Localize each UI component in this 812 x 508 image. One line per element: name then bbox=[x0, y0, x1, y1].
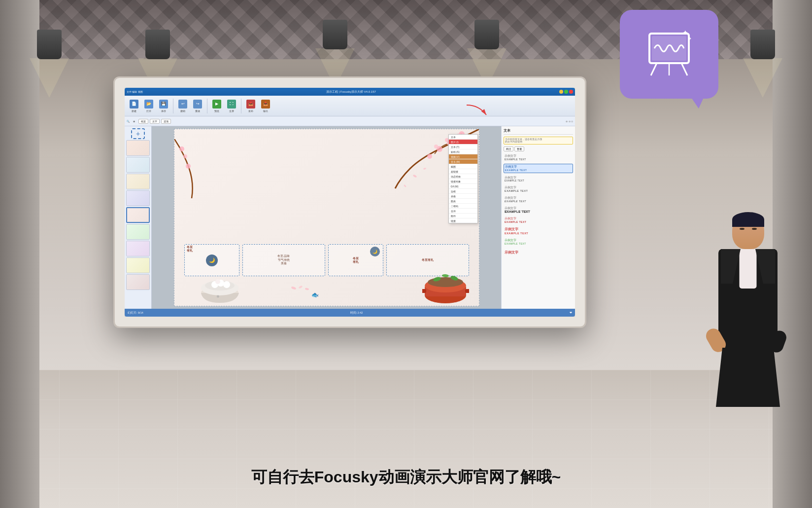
svg-rect-35 bbox=[652, 36, 686, 61]
screen-inner: 文件 编辑 视图 演示工程 | Focusky演示大师 V4.0.157 📄 新… bbox=[125, 88, 575, 317]
text-style-4[interactable]: 示例文字 EXAMPLE TEXT bbox=[504, 185, 573, 193]
svg-point-31 bbox=[291, 286, 297, 290]
svg-rect-29 bbox=[422, 289, 426, 293]
ctx-hyperlink[interactable]: 超链接 bbox=[449, 169, 477, 174]
ctx-link-obj[interactable]: 链接对象 bbox=[449, 179, 477, 184]
presenter-body bbox=[716, 249, 780, 397]
add-slide-button[interactable]: + bbox=[131, 128, 145, 139]
text-style-5[interactable]: 示例文字 EXAMPLE TEXT bbox=[504, 195, 573, 204]
content-box-2: 冬至·品味节气传统美食 bbox=[242, 244, 325, 276]
fullscreen-icon: ⛶ bbox=[227, 100, 236, 109]
spotlight-head-2 bbox=[145, 30, 170, 59]
text-style-9[interactable]: 示例文字 EXAMPLE TEXT bbox=[504, 238, 573, 246]
title-bar-controls[interactable] bbox=[559, 90, 573, 94]
publish-icon: 📤 bbox=[246, 100, 255, 109]
toolbar-btn-preview[interactable]: ▶ 预览 bbox=[210, 99, 223, 113]
spotlight-beam-1 bbox=[30, 58, 69, 98]
svg-rect-30 bbox=[465, 289, 469, 293]
svg-text:✦: ✦ bbox=[682, 29, 688, 36]
ctx-merge[interactable]: 合并 bbox=[449, 209, 477, 214]
svg-point-13 bbox=[186, 164, 191, 169]
ctx-border[interactable]: 边框 bbox=[449, 189, 477, 194]
toolbar-btn-redo[interactable]: ↪ 重做 bbox=[191, 99, 204, 113]
svg-point-12 bbox=[183, 154, 187, 158]
spotlight-6 bbox=[743, 30, 782, 98]
ctx-attachment[interactable]: 附件 bbox=[449, 214, 477, 218]
ctx-textobj[interactable]: 文本 (T) bbox=[449, 145, 477, 149]
text-style-3[interactable]: 示例文字 EXAMPLE TEXT bbox=[504, 175, 573, 183]
slide-thumb-7[interactable] bbox=[126, 241, 150, 256]
toolbar-btn-undo[interactable]: ↩ 撤销 bbox=[176, 99, 189, 113]
slide-thumb-9[interactable] bbox=[126, 274, 150, 290]
svg-point-33 bbox=[305, 288, 309, 290]
svg-point-11 bbox=[179, 146, 184, 151]
ctx-chart[interactable]: 图表 bbox=[449, 199, 477, 204]
ctx-music[interactable]: 音乐 (M) bbox=[449, 159, 477, 164]
ctx-video[interactable]: 视频 (V) bbox=[449, 154, 477, 159]
text-style-8[interactable]: 示例文字 EXAMPLE TEXT bbox=[504, 226, 573, 236]
ctx-gif[interactable]: Gif (W) bbox=[449, 184, 477, 189]
time-info: 时间: 2:42 bbox=[350, 311, 363, 315]
zoom-label: ⊕ bbox=[133, 120, 135, 123]
bubble-content: ✦ ✦ bbox=[642, 26, 696, 82]
svg-point-20 bbox=[215, 279, 220, 284]
sub-toolbar: 🔍 ⊕ 框架 文字 选项 ⊕ ⊖ ⊙ bbox=[125, 116, 575, 126]
ctx-image[interactable]: 图片 (I) bbox=[449, 140, 477, 145]
title-bar-title: 演示工程 | Focusky演示大师 V4.0.157 bbox=[143, 90, 559, 94]
slide-thumb-3[interactable] bbox=[126, 174, 150, 189]
ctx-effect[interactable]: 动态特效 bbox=[449, 174, 477, 179]
svg-text:❄: ❄ bbox=[216, 294, 219, 299]
open-icon: 📂 bbox=[144, 100, 153, 109]
spotlight-head-6 bbox=[750, 30, 775, 59]
ctx-screenshot[interactable]: 截图 bbox=[449, 164, 477, 169]
style-btn-normal[interactable]: 普通 bbox=[514, 146, 524, 151]
status-bar: 幻灯片: 9/14 时间: 2:42 ❤ bbox=[125, 309, 575, 317]
ctx-link[interactable]: 链接 bbox=[449, 218, 477, 223]
svg-point-19 bbox=[223, 281, 230, 288]
context-menu[interactable]: 文本 图片 (I) 文本 (T) 贴纸 (S) 视频 (V) 音乐 (M) 截图… bbox=[448, 134, 478, 223]
virtual-presenter bbox=[694, 212, 802, 459]
svg-text:✦: ✦ bbox=[688, 36, 692, 41]
sub-btn-1[interactable]: 框架 bbox=[138, 119, 148, 124]
sub-btn-2[interactable]: 文字 bbox=[150, 119, 160, 124]
text-style-2-selected[interactable]: 示例文字 EXAMPLE TEXT bbox=[504, 164, 573, 173]
text-style-7[interactable]: 示例文字 EXAMPLE TEXT bbox=[504, 216, 573, 224]
spotlight-head-3 bbox=[323, 20, 347, 49]
maximize-button[interactable] bbox=[564, 90, 568, 94]
arrow-annotation bbox=[464, 103, 489, 120]
ctx-table[interactable]: 表格 bbox=[449, 194, 477, 199]
toolbar-btn-open[interactable]: 📂 打开 bbox=[142, 99, 155, 113]
scattered-petals bbox=[290, 283, 309, 293]
slide-thumb-2[interactable] bbox=[126, 157, 150, 173]
title-bar: 文件 编辑 视图 演示工程 | Focusky演示大师 V4.0.157 bbox=[125, 88, 575, 96]
slide-info: 幻灯片: 9/14 bbox=[128, 311, 143, 315]
spotlight-head-1 bbox=[37, 30, 62, 59]
easel-icon: ✦ ✦ bbox=[642, 26, 696, 80]
canvas-area[interactable]: 🌙 冬至有礼 冬至·品味节气传统美食 冬至有礼 🌙 bbox=[152, 126, 501, 309]
screen-frame: 文件 编辑 视图 演示工程 | Focusky演示大师 V4.0.157 📄 新… bbox=[113, 76, 586, 328]
close-button[interactable] bbox=[569, 90, 573, 94]
toolbar-btn-save[interactable]: 💾 保存 bbox=[157, 99, 170, 113]
slide-thumb-1[interactable] bbox=[126, 140, 150, 156]
slide-thumb-6[interactable] bbox=[126, 224, 150, 240]
info-box: 当中间没有文本，适合有意志力强的文字内容使用 bbox=[504, 137, 573, 145]
minimize-button[interactable] bbox=[559, 90, 563, 94]
ctx-qrcode[interactable]: 二维码 bbox=[449, 204, 477, 209]
text-style-1[interactable]: 示例文字 EXAMPLE TEXT bbox=[504, 153, 573, 162]
svg-point-7 bbox=[427, 154, 432, 159]
text-style-example-text[interactable]: 示例文字 bbox=[504, 249, 573, 256]
toolbar-btn-fullscreen[interactable]: ⛶ 全屏 bbox=[225, 99, 238, 113]
toolbar-btn-publish[interactable]: 📤 发布 bbox=[244, 99, 257, 113]
text-style-6[interactable]: 示例文字 EXAMPLE TEXT bbox=[504, 206, 573, 214]
slide-thumb-4[interactable] bbox=[126, 190, 150, 206]
slide-thumb-8[interactable] bbox=[126, 257, 150, 273]
export-icon: 📥 bbox=[261, 100, 270, 109]
sub-btn-3[interactable]: 选项 bbox=[161, 119, 171, 124]
slide-thumb-5-active[interactable] bbox=[126, 207, 150, 223]
style-btn-simple[interactable]: 简洁 bbox=[504, 146, 513, 151]
ctx-text[interactable]: 文本 bbox=[449, 135, 477, 140]
title-bar-menu: 文件 编辑 视图 bbox=[127, 90, 143, 93]
toolbar-btn-export[interactable]: 📥 输出 bbox=[259, 99, 272, 113]
toolbar-btn-new[interactable]: 📄 新建 bbox=[128, 99, 140, 113]
ctx-sticker[interactable]: 贴纸 (S) bbox=[449, 149, 477, 154]
